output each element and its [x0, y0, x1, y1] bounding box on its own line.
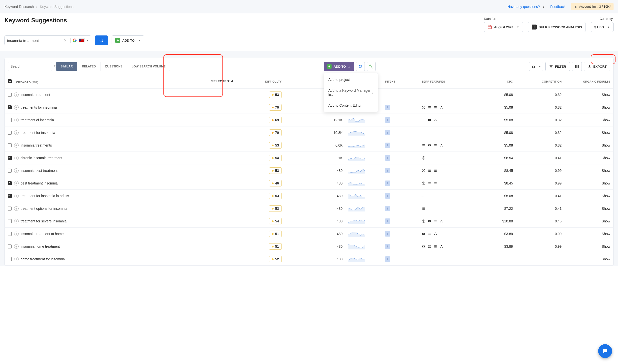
dropdown-add-keyword-manager[interactable]: Add to a Keyword Manager list› [324, 85, 378, 100]
row-checkbox[interactable] [8, 232, 12, 236]
filter-button[interactable]: FILTER [545, 62, 570, 71]
svg-rect-0 [488, 26, 492, 29]
show-link[interactable]: Show [602, 131, 610, 135]
expand-icon[interactable]: + [14, 232, 19, 236]
col-organic[interactable]: ORGANIC RESULTS [565, 75, 613, 89]
svg-line-114 [441, 245, 442, 247]
col-intent[interactable]: INTENT [382, 75, 418, 89]
row-checkbox[interactable] [8, 257, 12, 261]
row-checkbox[interactable] [8, 105, 12, 109]
row-checkbox[interactable] [8, 181, 12, 185]
difficulty-badge: 53 [269, 193, 282, 199]
add-to-button[interactable]: + ADD TO▼ [112, 35, 144, 45]
toolbar-add-to-button[interactable]: + ADD TO ▲ [324, 62, 354, 71]
search-input[interactable] [7, 36, 62, 45]
serp-cell: – [419, 126, 479, 139]
bulk-analysis-button[interactable]: ＋ BULK KEYWORD ANALYSIS [528, 22, 586, 32]
show-link[interactable]: Show [602, 207, 610, 211]
comp-cell [516, 253, 564, 266]
cpc-cell: $5.08 [479, 190, 516, 202]
expand-icon[interactable]: + [14, 156, 19, 160]
expand-icon[interactable]: + [14, 168, 19, 173]
col-competition[interactable]: COMPETITION [516, 75, 564, 89]
show-link[interactable]: Show [602, 105, 610, 109]
keyword-text: treatment options for insomnia [21, 207, 67, 211]
col-cpc[interactable]: CPC [479, 75, 516, 89]
expand-icon[interactable]: + [14, 181, 19, 185]
show-link[interactable]: Show [602, 244, 610, 248]
expand-icon[interactable]: + [14, 257, 19, 261]
row-checkbox[interactable] [8, 207, 12, 211]
expand-icon[interactable]: + [14, 118, 19, 122]
difficulty-badge: 53 [269, 167, 282, 174]
row-checkbox[interactable] [8, 131, 12, 135]
row-checkbox[interactable] [8, 118, 12, 122]
refresh-button[interactable] [356, 62, 365, 71]
dropdown-add-project[interactable]: Add to project [324, 74, 378, 85]
show-link[interactable]: Show [602, 194, 610, 198]
comp-cell: 0.99 [516, 240, 564, 253]
show-link[interactable]: Show [602, 181, 610, 185]
clear-icon[interactable]: × [62, 38, 69, 43]
expand-icon[interactable]: + [14, 219, 19, 223]
dropdown-add-content-editor[interactable]: Add to Content Editor [324, 100, 378, 111]
chevron-down-icon[interactable]: ▼ [86, 39, 89, 42]
google-icon [73, 38, 77, 43]
show-link[interactable]: Show [602, 143, 610, 147]
col-difficulty[interactable]: DIFFICULTY [236, 75, 285, 89]
intent-cell [382, 89, 418, 101]
row-checkbox[interactable] [8, 244, 12, 248]
select-all-checkbox[interactable] [8, 79, 12, 83]
columns-icon [575, 64, 579, 69]
svg-line-43 [435, 119, 436, 121]
row-checkbox[interactable] [8, 169, 12, 173]
table-search-input[interactable] [10, 64, 54, 68]
col-serp[interactable]: SERP FEATURES [419, 75, 479, 89]
expand-icon[interactable]: + [14, 130, 19, 135]
date-picker[interactable]: August 2023▼ [484, 22, 523, 32]
table-search[interactable] [8, 62, 52, 71]
row-checkbox[interactable] [8, 156, 12, 160]
breadcrumb-root[interactable]: Keyword Research [4, 5, 34, 9]
volume-cell: 10.8K [285, 126, 345, 139]
currency-select[interactable]: $ USD▼ [591, 22, 614, 32]
show-link[interactable]: Show [602, 118, 610, 122]
copy-button[interactable]: ▼ [529, 62, 543, 71]
search-button[interactable] [95, 35, 108, 45]
expand-icon[interactable]: + [14, 206, 19, 211]
tab-questions[interactable]: QUESTIONS [100, 62, 127, 71]
show-link[interactable]: Show [602, 232, 610, 236]
cluster-button[interactable] [367, 62, 376, 71]
expand-icon[interactable]: + [14, 194, 19, 198]
show-link[interactable]: Show [602, 219, 610, 223]
table-row: + insomnia treatment at home 51 480 I $3… [5, 228, 613, 240]
tab-similar[interactable]: SIMILAR [56, 62, 77, 71]
expand-icon[interactable]: + [14, 92, 19, 97]
show-link[interactable]: Show [602, 156, 610, 160]
main-search[interactable]: × ▼ [4, 35, 91, 45]
questions-link[interactable]: Have any questions? ▼ [507, 5, 545, 9]
table-row: + best treatment insomnia 46 480 I $ $8.… [5, 177, 613, 190]
row-checkbox[interactable] [8, 93, 12, 97]
export-button[interactable]: EXPORT [584, 62, 610, 71]
row-checkbox[interactable] [8, 143, 12, 147]
trend-cell [345, 240, 382, 253]
expand-icon[interactable]: + [14, 105, 19, 110]
serp-cell [419, 240, 479, 253]
volume-cell: 480 [285, 202, 345, 215]
col-keyword[interactable]: KEYWORD [16, 81, 31, 84]
row-checkbox[interactable] [8, 219, 12, 223]
row-checkbox[interactable] [8, 194, 12, 198]
expand-icon[interactable]: + [14, 143, 19, 148]
feedback-link[interactable]: Feedback [550, 5, 565, 9]
tab-lowvolume[interactable]: LOW SEARCH VOLUME [127, 62, 170, 71]
comp-cell: 0.32 [516, 139, 564, 152]
show-link[interactable]: Show [602, 257, 610, 261]
show-link[interactable]: Show [602, 93, 610, 97]
copy-icon [531, 64, 535, 68]
show-link[interactable]: Show [602, 169, 610, 173]
expand-icon[interactable]: + [14, 244, 19, 249]
columns-button[interactable] [572, 62, 582, 71]
tab-related[interactable]: RELATED [77, 62, 100, 71]
svg-text:$: $ [423, 220, 424, 222]
